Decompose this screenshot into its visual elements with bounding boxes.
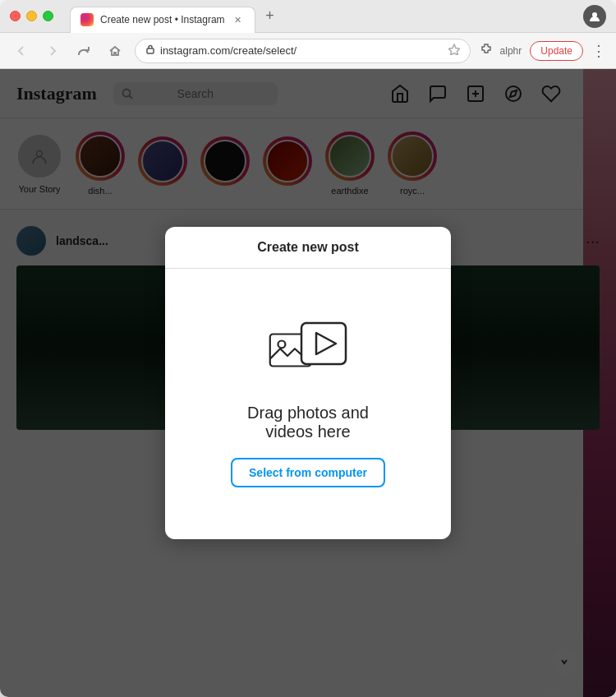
title-bar: Create new post • Instagram ✕ +	[0, 0, 616, 33]
upload-icon-container	[269, 321, 347, 387]
refresh-button[interactable]	[72, 39, 95, 62]
tab-favicon	[80, 13, 94, 26]
new-tab-button[interactable]: +	[259, 5, 282, 28]
browser-menu-button[interactable]: ⋮	[591, 42, 606, 60]
modal-body: Drag photos and videos here Select from …	[165, 269, 451, 539]
instagram-page: Instagram	[0, 69, 616, 697]
update-button[interactable]: Update	[530, 41, 583, 61]
tab-close-button[interactable]: ✕	[232, 13, 245, 26]
forward-button[interactable]	[41, 39, 64, 62]
home-button[interactable]	[103, 39, 126, 62]
extensions-icon[interactable]	[479, 42, 494, 60]
back-button[interactable]	[10, 39, 33, 62]
lock-icon	[145, 44, 155, 57]
url-text: instagram.com/create/select/	[160, 44, 444, 57]
browser-profile-icon[interactable]	[583, 5, 606, 28]
extension-icons: alphr	[479, 42, 522, 60]
active-tab[interactable]: Create new post • Instagram ✕	[70, 7, 255, 33]
tab-title: Create new post • Instagram	[100, 14, 225, 25]
modal-title: Create new post	[257, 240, 359, 254]
select-from-computer-button[interactable]: Select from computer	[231, 458, 385, 487]
svg-marker-2	[448, 44, 460, 55]
maximize-window-button[interactable]	[43, 11, 53, 21]
close-window-button[interactable]	[10, 11, 21, 21]
ext-label: alphr	[500, 45, 522, 57]
tab-bar: Create new post • Instagram ✕ +	[70, 0, 577, 32]
create-post-modal: Create new post	[165, 227, 451, 539]
video-icon	[300, 321, 347, 366]
svg-rect-13	[301, 323, 346, 364]
url-bar: instagram.com/create/select/ alphr Updat…	[0, 33, 616, 69]
modal-header: Create new post	[165, 227, 451, 269]
drag-text: Drag photos and videos here	[247, 404, 369, 441]
svg-rect-1	[147, 48, 154, 53]
minimize-window-button[interactable]	[26, 11, 37, 21]
traffic-lights	[10, 11, 53, 21]
bookmark-icon[interactable]	[448, 44, 460, 58]
url-field[interactable]: instagram.com/create/select/	[135, 39, 471, 63]
svg-point-12	[278, 340, 286, 348]
modal-overlay: Create new post	[0, 69, 616, 697]
